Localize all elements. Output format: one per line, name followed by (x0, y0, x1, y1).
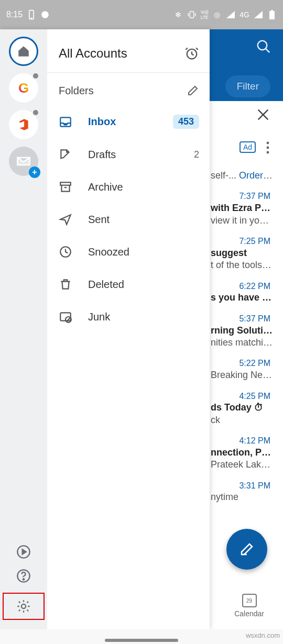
inbox-icon (59, 115, 72, 129)
calendar-icon: 29 (242, 594, 257, 607)
list-item[interactable]: 7:25 PM suggest t of the tools ou... (210, 234, 275, 279)
dnd-icon[interactable] (184, 46, 199, 61)
unread-dot-icon (32, 72, 39, 80)
settings-highlighted (3, 593, 45, 620)
home-indicator[interactable] (105, 639, 178, 642)
drawer-panel: All Accounts Folders Inbox (47, 29, 210, 629)
list-item[interactable]: 7:37 PM with Ezra Pound view it in your … (210, 189, 275, 234)
pencil-icon[interactable] (187, 84, 199, 97)
trash-icon (59, 277, 72, 291)
folder-count: 2 (194, 149, 199, 160)
folder-label: Drafts (88, 149, 116, 161)
svg-point-2 (41, 11, 49, 18)
navigation-drawer: G + (0, 29, 210, 629)
network-label: 4G (240, 10, 249, 19)
folder-archive[interactable]: Archive (47, 171, 210, 203)
status-time: 8:15 (6, 10, 23, 19)
svg-rect-6 (269, 11, 275, 19)
list-item[interactable]: self-... Order now (210, 168, 275, 189)
snoozed-icon (59, 245, 72, 259)
sent-icon (59, 213, 72, 226)
drafts-icon (59, 148, 72, 161)
list-item[interactable]: 5:37 PM rning Solutions ... nities match… (210, 312, 275, 357)
help-icon[interactable] (16, 569, 31, 583)
bluetooth-icon: ✻ (173, 10, 183, 19)
close-icon[interactable] (256, 107, 270, 122)
folder-label: Deleted (88, 279, 124, 291)
vibrate-icon (187, 10, 197, 19)
folder-drafts[interactable]: Drafts 2 (47, 138, 210, 171)
unread-dot-icon (32, 109, 39, 116)
folder-sent[interactable]: Sent (47, 203, 210, 236)
folder-label: Junk (88, 311, 110, 323)
volte-icon: Vo))LTE (201, 9, 209, 20)
search-icon[interactable] (256, 39, 271, 54)
compose-fab[interactable] (226, 529, 267, 570)
folder-junk[interactable]: Junk (47, 301, 210, 333)
folder-inbox[interactable]: Inbox 453 (47, 105, 210, 138)
signal2-icon (254, 10, 263, 19)
folder-snoozed[interactable]: Snoozed (47, 236, 210, 268)
svg-point-13 (267, 147, 269, 149)
gear-icon[interactable] (16, 599, 31, 614)
folder-label: Sent (88, 214, 110, 226)
rail-account-office[interactable] (9, 110, 38, 139)
svg-line-9 (266, 49, 270, 53)
svg-rect-3 (190, 12, 194, 18)
rail-home[interactable] (9, 37, 38, 66)
signal-icon (226, 10, 235, 19)
more-icon[interactable] (266, 141, 269, 154)
status-bar: 8:15 ✻ Vo))LTE ◎ 4G (0, 0, 283, 29)
calendar-label: Calendar (234, 609, 264, 618)
account-rail: G + (0, 29, 47, 629)
folder-label: Archive (88, 181, 123, 193)
svg-rect-7 (271, 10, 273, 11)
phone-icon (27, 10, 36, 19)
play-icon[interactable] (16, 545, 31, 559)
filter-button[interactable]: Filter (225, 75, 270, 97)
drawer-title: All Accounts (59, 46, 127, 61)
footer-text: wsxdn.com (246, 631, 280, 639)
archive-icon (59, 180, 72, 194)
list-item[interactable]: 6:22 PM s you have on T... (210, 279, 275, 312)
folder-count-badge: 453 (173, 115, 199, 129)
list-item[interactable]: 3:31 PM nytime (210, 479, 275, 511)
svg-point-12 (267, 142, 269, 145)
list-item[interactable]: 5:22 PM Breaking News e... (210, 356, 275, 388)
rail-account-google[interactable]: G (9, 73, 38, 103)
calendar-tab[interactable]: 29 Calendar (234, 594, 264, 618)
sync-icon (40, 10, 50, 19)
plus-icon: + (29, 166, 40, 178)
battery-icon (267, 10, 277, 19)
folders-heading: Folders (59, 85, 94, 97)
hotspot-icon: ◎ (212, 10, 222, 19)
svg-point-17 (23, 579, 24, 580)
folder-label: Inbox (88, 116, 116, 128)
folder-deleted[interactable]: Deleted (47, 268, 210, 301)
folder-label: Snoozed (88, 246, 129, 258)
list-item[interactable]: 4:12 PM nnection, Preeti Prateek Lakher.… (210, 434, 275, 479)
svg-point-8 (258, 41, 267, 50)
svg-rect-21 (60, 182, 71, 185)
svg-point-18 (21, 604, 26, 608)
svg-point-14 (267, 151, 269, 154)
junk-icon (59, 310, 72, 324)
mail-list: self-... Order now 7:37 PM with Ezra Pou… (210, 168, 275, 585)
rail-add-account[interactable]: + (9, 147, 38, 176)
ad-badge: Ad (240, 141, 256, 153)
list-item[interactable]: 4:25 PM ds Today ⏱ ck (210, 389, 275, 434)
